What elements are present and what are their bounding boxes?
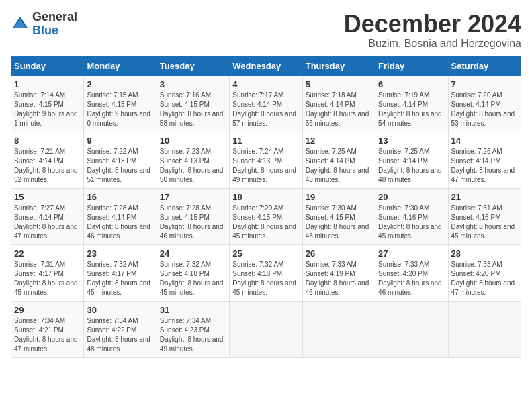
- day-content: Sunrise: 7:22 AM Sunset: 4:13 PM Dayligh…: [87, 147, 153, 185]
- day-number: 25: [232, 248, 299, 259]
- day-content: Sunrise: 7:30 AM Sunset: 4:16 PM Dayligh…: [378, 203, 445, 241]
- calendar-cell: 2 Sunrise: 7:15 AM Sunset: 4:15 PM Dayli…: [84, 75, 157, 132]
- day-number: 26: [306, 248, 372, 259]
- day-number: 12: [306, 136, 372, 146]
- day-number: 8: [14, 136, 81, 146]
- calendar-cell: 29 Sunrise: 7:34 AM Sunset: 4:21 PM Dayl…: [11, 301, 84, 357]
- day-content: Sunrise: 7:19 AM Sunset: 4:14 PM Dayligh…: [378, 91, 445, 128]
- calendar-cell: 9 Sunrise: 7:22 AM Sunset: 4:13 PM Dayli…: [84, 132, 157, 188]
- day-number: 31: [160, 305, 226, 315]
- logo: General Blue: [11, 11, 77, 38]
- month-title: December 2024: [344, 11, 521, 38]
- calendar-cell: 16 Sunrise: 7:28 AM Sunset: 4:14 PM Dayl…: [84, 188, 157, 244]
- calendar-cell: 5 Sunrise: 7:18 AM Sunset: 4:14 PM Dayli…: [302, 75, 375, 132]
- calendar-header-row: SundayMondayTuesdayWednesdayThursdayFrid…: [11, 56, 521, 75]
- day-content: Sunrise: 7:31 AM Sunset: 4:16 PM Dayligh…: [451, 203, 518, 241]
- day-content: Sunrise: 7:21 AM Sunset: 4:14 PM Dayligh…: [14, 147, 81, 185]
- header-wednesday: Wednesday: [230, 56, 302, 75]
- calendar-cell: [375, 301, 448, 357]
- header: General Blue December 2024 Buzim, Bosnia…: [11, 11, 521, 50]
- header-saturday: Saturday: [448, 56, 521, 75]
- day-content: Sunrise: 7:25 AM Sunset: 4:14 PM Dayligh…: [306, 147, 372, 185]
- logo-blue: Blue: [32, 24, 77, 38]
- day-content: Sunrise: 7:16 AM Sunset: 4:15 PM Dayligh…: [160, 91, 226, 128]
- calendar-cell: [448, 301, 521, 357]
- calendar-cell: 12 Sunrise: 7:25 AM Sunset: 4:14 PM Dayl…: [302, 132, 375, 188]
- calendar-cell: 30 Sunrise: 7:34 AM Sunset: 4:22 PM Dayl…: [84, 301, 157, 357]
- day-content: Sunrise: 7:34 AM Sunset: 4:21 PM Dayligh…: [14, 316, 81, 354]
- calendar-cell: [230, 301, 302, 357]
- calendar-cell: 19 Sunrise: 7:30 AM Sunset: 4:15 PM Dayl…: [302, 188, 375, 244]
- calendar-cell: 27 Sunrise: 7:33 AM Sunset: 4:20 PM Dayl…: [375, 244, 448, 301]
- day-content: Sunrise: 7:17 AM Sunset: 4:14 PM Dayligh…: [232, 91, 299, 128]
- day-number: 18: [232, 192, 299, 202]
- header-sunday: Sunday: [11, 56, 84, 75]
- calendar-cell: 22 Sunrise: 7:31 AM Sunset: 4:17 PM Dayl…: [11, 244, 84, 301]
- day-content: Sunrise: 7:27 AM Sunset: 4:14 PM Dayligh…: [14, 203, 81, 241]
- calendar-cell: 7 Sunrise: 7:20 AM Sunset: 4:14 PM Dayli…: [448, 75, 521, 132]
- day-number: 24: [160, 248, 226, 259]
- day-number: 4: [232, 79, 299, 89]
- calendar-cell: 11 Sunrise: 7:24 AM Sunset: 4:13 PM Dayl…: [230, 132, 302, 188]
- day-content: Sunrise: 7:34 AM Sunset: 4:22 PM Dayligh…: [87, 316, 153, 354]
- calendar-cell: 17 Sunrise: 7:28 AM Sunset: 4:15 PM Dayl…: [157, 188, 229, 244]
- calendar-cell: 1 Sunrise: 7:14 AM Sunset: 4:15 PM Dayli…: [11, 75, 84, 132]
- calendar-cell: 31 Sunrise: 7:34 AM Sunset: 4:23 PM Dayl…: [157, 301, 229, 357]
- header-tuesday: Tuesday: [157, 56, 229, 75]
- calendar-cell: [302, 301, 375, 357]
- logo-general: General: [32, 11, 77, 24]
- calendar-cell: 23 Sunrise: 7:32 AM Sunset: 4:17 PM Dayl…: [84, 244, 157, 301]
- day-content: Sunrise: 7:30 AM Sunset: 4:15 PM Dayligh…: [306, 203, 372, 241]
- calendar-cell: 14 Sunrise: 7:26 AM Sunset: 4:14 PM Dayl…: [448, 132, 521, 188]
- calendar-cell: 6 Sunrise: 7:19 AM Sunset: 4:14 PM Dayli…: [375, 75, 448, 132]
- day-content: Sunrise: 7:23 AM Sunset: 4:13 PM Dayligh…: [160, 147, 226, 185]
- day-content: Sunrise: 7:32 AM Sunset: 4:17 PM Dayligh…: [87, 260, 153, 298]
- day-number: 16: [87, 192, 153, 202]
- day-number: 15: [14, 192, 81, 202]
- day-number: 5: [306, 79, 372, 89]
- day-content: Sunrise: 7:32 AM Sunset: 4:18 PM Dayligh…: [232, 260, 299, 298]
- day-number: 19: [306, 192, 372, 202]
- calendar-week-row: 1 Sunrise: 7:14 AM Sunset: 4:15 PM Dayli…: [11, 75, 521, 132]
- day-number: 14: [451, 136, 518, 146]
- day-number: 23: [87, 248, 153, 259]
- day-content: Sunrise: 7:34 AM Sunset: 4:23 PM Dayligh…: [160, 316, 226, 354]
- calendar-cell: 3 Sunrise: 7:16 AM Sunset: 4:15 PM Dayli…: [157, 75, 229, 132]
- calendar-cell: 20 Sunrise: 7:30 AM Sunset: 4:16 PM Dayl…: [375, 188, 448, 244]
- day-content: Sunrise: 7:24 AM Sunset: 4:13 PM Dayligh…: [232, 147, 299, 185]
- location-subtitle: Buzim, Bosnia and Herzegovina: [344, 38, 521, 50]
- calendar-cell: 10 Sunrise: 7:23 AM Sunset: 4:13 PM Dayl…: [157, 132, 229, 188]
- day-number: 3: [160, 79, 226, 89]
- day-content: Sunrise: 7:20 AM Sunset: 4:14 PM Dayligh…: [451, 91, 518, 128]
- calendar-cell: 26 Sunrise: 7:33 AM Sunset: 4:19 PM Dayl…: [302, 244, 375, 301]
- day-content: Sunrise: 7:28 AM Sunset: 4:15 PM Dayligh…: [160, 203, 226, 241]
- day-content: Sunrise: 7:33 AM Sunset: 4:20 PM Dayligh…: [451, 260, 518, 298]
- header-thursday: Thursday: [302, 56, 375, 75]
- calendar-cell: 24 Sunrise: 7:32 AM Sunset: 4:18 PM Dayl…: [157, 244, 229, 301]
- day-number: 28: [451, 248, 518, 259]
- day-number: 7: [451, 79, 518, 89]
- day-content: Sunrise: 7:29 AM Sunset: 4:15 PM Dayligh…: [232, 203, 299, 241]
- day-number: 27: [378, 248, 445, 259]
- day-number: 11: [232, 136, 299, 146]
- header-friday: Friday: [375, 56, 448, 75]
- calendar-cell: 18 Sunrise: 7:29 AM Sunset: 4:15 PM Dayl…: [230, 188, 302, 244]
- day-number: 2: [87, 79, 153, 89]
- day-number: 13: [378, 136, 445, 146]
- day-content: Sunrise: 7:33 AM Sunset: 4:20 PM Dayligh…: [378, 260, 445, 298]
- day-content: Sunrise: 7:25 AM Sunset: 4:14 PM Dayligh…: [378, 147, 445, 185]
- calendar-cell: 25 Sunrise: 7:32 AM Sunset: 4:18 PM Dayl…: [230, 244, 302, 301]
- day-content: Sunrise: 7:33 AM Sunset: 4:19 PM Dayligh…: [306, 260, 372, 298]
- logo-icon: [11, 15, 30, 34]
- day-number: 10: [160, 136, 226, 146]
- calendar-week-row: 8 Sunrise: 7:21 AM Sunset: 4:14 PM Dayli…: [11, 132, 521, 188]
- day-number: 1: [14, 79, 81, 89]
- title-area: December 2024 Buzim, Bosnia and Herzegov…: [344, 11, 521, 50]
- day-content: Sunrise: 7:14 AM Sunset: 4:15 PM Dayligh…: [14, 91, 81, 128]
- day-number: 22: [14, 248, 81, 259]
- day-number: 30: [87, 305, 153, 315]
- calendar-week-row: 22 Sunrise: 7:31 AM Sunset: 4:17 PM Dayl…: [11, 244, 521, 301]
- day-content: Sunrise: 7:31 AM Sunset: 4:17 PM Dayligh…: [14, 260, 81, 298]
- calendar-week-row: 15 Sunrise: 7:27 AM Sunset: 4:14 PM Dayl…: [11, 188, 521, 244]
- header-monday: Monday: [84, 56, 157, 75]
